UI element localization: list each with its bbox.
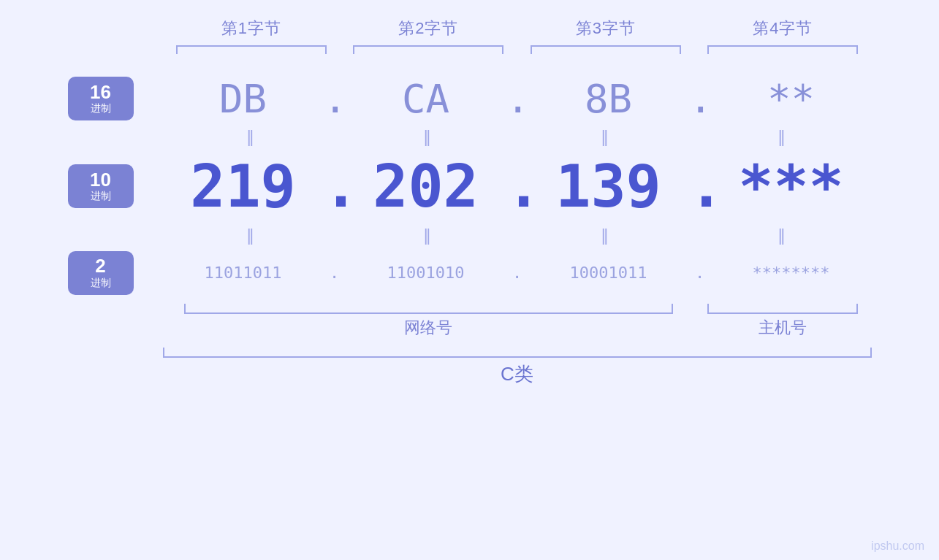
bin-base-text: 进制 [91, 277, 111, 290]
equals-1: ‖ [163, 128, 341, 147]
bracket-top-2 [353, 45, 503, 54]
host-bracket [707, 304, 858, 314]
equals-4: ‖ [694, 128, 872, 147]
network-label: 网络号 [404, 318, 452, 337]
bin-label-badge: 2 进制 [68, 251, 134, 295]
equals-7: ‖ [517, 226, 695, 245]
col-header-3: 第3字节 [517, 18, 695, 39]
equals-3: ‖ [517, 128, 695, 147]
hex-row-wrapper: 16 进制 DB . CA . 8B . ** [68, 76, 872, 122]
network-host-labels: 网络号 主机号 [68, 317, 872, 339]
hex-v1: DB [163, 76, 324, 122]
main-container: 第1字节 第2字节 第3字节 第4字节 16 进制 [0, 0, 939, 560]
headers-row: 第1字节 第2字节 第3字节 第4字节 [68, 18, 872, 39]
dec-base-num: 10 [90, 169, 111, 191]
equals-6: ‖ [340, 226, 517, 245]
network-bracket-cell [163, 304, 695, 314]
class-bracket [163, 348, 872, 358]
col-header-4: 第4字节 [694, 18, 872, 39]
equals-2: ‖ [340, 128, 517, 147]
equals-row-2: ‖ ‖ ‖ ‖ [68, 226, 872, 245]
dec-dot-2: . [506, 153, 528, 220]
hex-dot-2: . [506, 76, 528, 122]
hex-v2: CA [346, 76, 506, 122]
bin-row-wrapper: 2 进制 11011011 . 11001010 . 10001011 . **… [68, 251, 872, 295]
bin-v4: ******** [711, 264, 872, 282]
hex-data-row: DB . CA . 8B . ** [163, 76, 872, 122]
hex-dot-3: . [689, 76, 711, 122]
dec-dot-3: . [689, 153, 711, 220]
bin-base-num: 2 [95, 256, 105, 277]
dec-data-row: 219 . 202 . 139 . *** [163, 153, 872, 220]
bracket-top-4 [707, 45, 858, 54]
dec-label-badge: 10 进制 [68, 164, 134, 208]
bracket-top-3 [531, 45, 681, 54]
class-label: C类 [501, 361, 533, 387]
dec-dot-1: . [324, 153, 346, 220]
hex-base-text: 进制 [91, 102, 111, 115]
bin-v2: 11001010 [346, 264, 506, 282]
hex-base-num: 16 [90, 82, 111, 103]
class-bracket-row: C类 [68, 348, 872, 387]
dec-base-text: 进制 [91, 190, 111, 203]
col-header-2: 第2字节 [340, 18, 517, 39]
bottom-brackets-row [68, 304, 872, 314]
host-label: 主机号 [759, 318, 807, 337]
equals-row-1: ‖ ‖ ‖ ‖ [68, 128, 872, 147]
hex-v3: 8B [528, 76, 689, 122]
bin-v3: 10001011 [528, 264, 689, 282]
bin-v1: 11011011 [163, 264, 324, 282]
host-label-container: 主机号 [694, 317, 872, 339]
bracket-cell-3 [517, 45, 695, 54]
bracket-top-1 [176, 45, 327, 54]
network-bracket [184, 304, 673, 314]
hex-v4: ** [711, 76, 872, 122]
bin-dot-3: . [689, 264, 711, 282]
equals-5: ‖ [163, 226, 341, 245]
hex-label-badge: 16 进制 [68, 77, 134, 120]
dec-v2: 202 [346, 153, 506, 220]
network-label-container: 网络号 [163, 317, 695, 339]
bin-data-row: 11011011 . 11001010 . 10001011 . *******… [163, 264, 872, 282]
bracket-cell-2 [340, 45, 517, 54]
bin-dot-2: . [506, 264, 528, 282]
bracket-cell-1 [163, 45, 341, 54]
hex-dot-1: . [324, 76, 346, 122]
dec-v4: *** [711, 153, 872, 220]
content-area: 第1字节 第2字节 第3字节 第4字节 16 进制 [68, 18, 872, 543]
watermark: ipshu.com [871, 540, 924, 553]
col-header-1: 第1字节 [163, 18, 341, 39]
dec-v1: 219 [163, 153, 324, 220]
equals-8: ‖ [694, 226, 872, 245]
top-brackets [68, 45, 872, 54]
bin-dot-1: . [324, 264, 346, 282]
dec-row-wrapper: 10 进制 219 . 202 . 139 . *** [68, 153, 872, 220]
bracket-cell-4 [694, 45, 872, 54]
dec-v3: 139 [528, 153, 689, 220]
host-bracket-cell [694, 304, 872, 314]
